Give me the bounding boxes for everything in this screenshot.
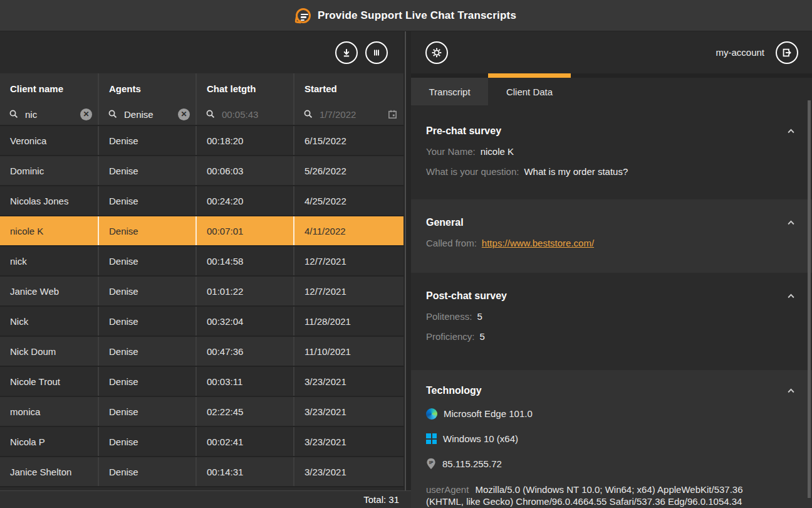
tab-client-data[interactable]: Client Data: [488, 73, 571, 105]
cell-chat-length: 00:32:04: [195, 307, 293, 336]
cell-agent: Denise: [98, 307, 195, 336]
field-politeness: Politeness: 5: [426, 311, 797, 322]
logout-button[interactable]: [776, 41, 798, 64]
table-header-row: Client name Agents Chat letgth Started: [0, 73, 403, 103]
collapse-section-button[interactable]: [785, 291, 797, 301]
table-row[interactable]: nicole KDenise00:07:014/11/2022: [0, 216, 403, 246]
download-button[interactable]: [335, 41, 358, 64]
user-agent-row: userAgentMozilla/5.0 (Windows NT 10.0; W…: [426, 484, 761, 507]
clear-filter-icon[interactable]: ✕: [80, 108, 92, 120]
client-name-filter-input[interactable]: [24, 108, 75, 120]
started-filter-input[interactable]: [318, 108, 382, 120]
cell-client-name: Nicola P: [0, 427, 98, 456]
table-row[interactable]: Nick DoumDenise00:47:3611/10/2021: [0, 337, 403, 367]
active-tab-indicator: [411, 73, 488, 78]
logout-icon: [781, 46, 793, 59]
field-value: nicole K: [481, 146, 514, 157]
chevron-up-icon: [786, 127, 796, 135]
filter-cell-client-name: ✕: [0, 103, 98, 125]
table-row[interactable]: VeronicaDenise00:18:206/15/2022: [0, 126, 403, 156]
cell-agent: Denise: [98, 156, 195, 185]
tab-label: Client Data: [488, 78, 571, 105]
column-header-agents[interactable]: Agents: [98, 73, 195, 103]
cell-chat-length: 01:01:22: [195, 277, 293, 305]
cell-agent: Denise: [98, 126, 195, 155]
collapse-section-button[interactable]: [785, 218, 797, 228]
settings-button[interactable]: [425, 41, 448, 64]
cell-chat-length: 00:02:41: [195, 427, 293, 456]
section-title: Pre-chat survey: [426, 125, 501, 137]
provide-support-logo-icon: [296, 8, 311, 23]
search-icon: [303, 109, 313, 119]
app-header: Provide Support Live Chat Transcripts: [0, 0, 812, 31]
user-agent-value: Mozilla/5.0 (Windows NT 10.0; Win64; x64…: [426, 484, 743, 507]
cell-chat-length: 00:14:31: [195, 457, 293, 486]
cell-started: 11/10/2021: [293, 337, 403, 366]
table-row[interactable]: Janice WebDenise01:01:2212/7/2021: [0, 277, 403, 307]
calendar-icon[interactable]: [387, 109, 398, 120]
collapse-section-button[interactable]: [785, 386, 797, 396]
ip-pin-icon: IP: [426, 458, 436, 470]
field-label: Called from:: [426, 238, 477, 248]
cell-client-name: nick: [0, 246, 98, 275]
field-value: 5: [480, 331, 485, 342]
vertical-scrollbar[interactable]: [808, 100, 811, 498]
cell-agent: Denise: [98, 186, 195, 215]
section-title: Technology: [426, 385, 482, 396]
tab-transcript[interactable]: Transcript: [411, 73, 488, 105]
table-row[interactable]: Janice SheltonDenise00:14:313/23/2021: [0, 457, 403, 487]
cell-client-name: Dominic: [0, 156, 98, 185]
column-header-chat-length[interactable]: Chat letgth: [195, 73, 293, 103]
cell-started: 12/7/2021: [293, 246, 403, 275]
chat-length-filter-input[interactable]: [221, 108, 288, 120]
cell-client-name: Nicole Trout: [0, 367, 98, 396]
cell-started: 11/28/2021: [293, 307, 403, 336]
ip-info: IP 85.115.255.72: [426, 456, 797, 472]
os-value: Windows 10 (x64): [443, 433, 518, 444]
table-row[interactable]: Nicolas JonesDenise00:24:204/25/2022: [0, 186, 403, 216]
columns-button[interactable]: [365, 41, 388, 64]
table-row[interactable]: Nicole TroutDenise00:03:113/23/2021: [0, 367, 403, 397]
section-technology: Technology Microsoft Edge 101.0 Windows …: [411, 370, 812, 508]
gear-icon: [430, 46, 443, 59]
total-count: Total: 31: [363, 494, 399, 505]
table-row[interactable]: NickDenise00:32:0411/28/2021: [0, 307, 403, 337]
cell-started: 4/11/2022: [293, 216, 403, 245]
called-from-link[interactable]: https://www.beststore.com/: [482, 238, 594, 248]
cell-started: 3/23/2021: [293, 457, 403, 486]
cell-started: 5/26/2022: [293, 156, 403, 185]
table-row[interactable]: nickDenise00:14:5812/7/2021: [0, 246, 403, 277]
cell-agent: Denise: [98, 246, 195, 275]
cell-chat-length: 00:24:20: [195, 186, 293, 215]
search-icon: [206, 109, 216, 119]
cell-agent: Denise: [98, 457, 195, 486]
cell-client-name: nicole K: [0, 216, 98, 245]
ip-value: 85.115.255.72: [442, 458, 502, 469]
cell-started: 12/7/2021: [293, 277, 403, 305]
clear-filter-icon[interactable]: ✕: [178, 108, 190, 120]
cell-client-name: Veronica: [0, 126, 98, 155]
active-tab-indicator: [488, 73, 571, 78]
agents-filter-input[interactable]: [123, 108, 173, 120]
cell-agent: Denise: [98, 397, 195, 426]
search-icon: [108, 109, 118, 119]
collapse-section-button[interactable]: [785, 126, 797, 136]
cell-client-name: Nick: [0, 307, 98, 336]
chevron-up-icon: [786, 219, 796, 226]
section-pre-chat-survey: Pre-chat survey Your Name: nicole K What…: [411, 105, 812, 199]
table-row[interactable]: monicaDenise02:22:453/23/2021: [0, 397, 403, 427]
cell-agent: Denise: [98, 337, 195, 366]
table-row[interactable]: Nicola PDenise00:02:413/23/2021: [0, 427, 403, 457]
cell-agent: Denise: [98, 367, 195, 396]
edge-icon: [426, 408, 437, 420]
column-header-started[interactable]: Started: [293, 73, 403, 103]
cell-client-name: Janice Web: [0, 277, 98, 305]
tab-bar: TranscriptClient Data: [411, 73, 812, 105]
user-agent-label: userAgent: [426, 484, 469, 495]
table-row[interactable]: DominicDenise00:06:035/26/2022: [0, 156, 403, 186]
cell-client-name: Janice Shelton: [0, 457, 98, 486]
section-post-chat-survey: Post-chat survey Politeness: 5 Proficien…: [411, 273, 812, 370]
column-header-client-name[interactable]: Client name: [0, 73, 98, 103]
section-title: General: [426, 217, 464, 228]
field-value: What is my order status?: [524, 166, 628, 177]
